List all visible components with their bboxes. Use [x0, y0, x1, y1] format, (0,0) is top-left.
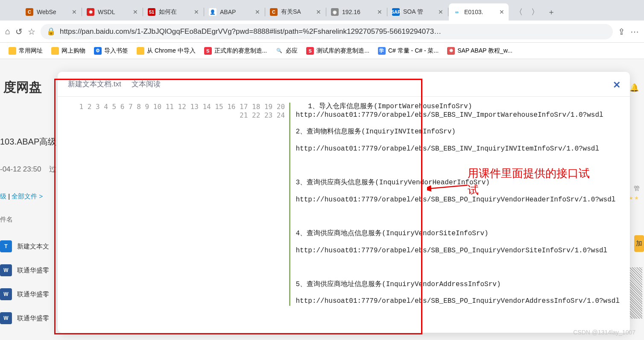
- bell-icon[interactable]: 🔔: [629, 83, 639, 92]
- watermark: CSDN @1314lay_1007: [573, 329, 635, 336]
- browser-tab[interactable]: 👤ABAP✕: [205, 3, 264, 21]
- file-row[interactable]: W联通华盛零: [0, 258, 49, 282]
- tab-favicon: 51: [148, 8, 155, 16]
- tab-favicon: ❋: [87, 8, 94, 16]
- code-viewer: 1 2 3 4 5 6 7 8 9 10 11 12 13 14 15 16 1…: [68, 103, 620, 306]
- star-icon[interactable]: ☆: [28, 27, 35, 37]
- reload-icon[interactable]: ↺: [15, 27, 23, 37]
- line-number-gutter: 1 2 3 4 5 6 7 8 9 10 11 12 13 14 15 16 1…: [68, 103, 289, 306]
- tab-close-icon[interactable]: ✕: [71, 9, 78, 15]
- bookmark-favicon: 学: [378, 47, 386, 55]
- tab-new-icon[interactable]: ＋: [547, 7, 555, 17]
- file-row[interactable]: W联通华盛零: [0, 306, 49, 330]
- bookmark-item[interactable]: ❋SAP ABAP 教程_w...: [444, 45, 516, 56]
- column-header: 件名: [0, 216, 13, 224]
- action-button[interactable]: 加: [634, 235, 644, 252]
- browser-tab[interactable]: SAPSOA 管✕: [388, 3, 448, 21]
- bookmark-label: C# 常量 - C# - 菜...: [388, 47, 439, 55]
- address-bar: ⌂ ↺ ☆ 🔒 https://pan.baidu.com/s/1-ZJbJQl…: [0, 21, 644, 43]
- bookmark-item[interactable]: 常用网址: [5, 45, 46, 56]
- breadcrumb[interactable]: 级 | 全部文件 >: [0, 192, 43, 201]
- url-field[interactable]: 🔒 https://pan.baidu.com/s/1-ZJbJQlOgqFEo…: [41, 24, 613, 39]
- file-row[interactable]: T新建文本文: [0, 234, 49, 258]
- browser-tab[interactable]: ∞E0103.✕: [449, 3, 509, 21]
- text-preview-modal: 新建文本文档.txt 文本阅读 ✕ 1 2 3 4 5 6 7 8 9 10 1…: [58, 72, 630, 333]
- tab-close-icon[interactable]: ✕: [376, 9, 383, 15]
- tab-title: E0103.: [464, 9, 497, 15]
- bookmark-label: 常用网址: [19, 47, 43, 55]
- toolbar-right: 🔔: [629, 83, 639, 92]
- file-row[interactable]: W联通华盛零: [0, 282, 49, 306]
- file-name: 联通华盛零: [17, 290, 49, 299]
- bookmark-item[interactable]: 学C# 常量 - C# - 菜...: [375, 45, 442, 56]
- brand-logo: 度网盘: [0, 75, 45, 100]
- tab-title: 有关SA: [281, 8, 313, 16]
- tab-title: ABAP: [220, 9, 252, 15]
- file-name: 联通华盛零: [17, 266, 49, 275]
- tab-title: WebSe: [37, 9, 69, 15]
- qr-code: [629, 267, 642, 319]
- bookmark-favicon: [137, 47, 144, 55]
- file-type-icon: T: [0, 240, 12, 252]
- url-text: https://pan.baidu.com/s/1-ZJbJQlOgqFEo8a…: [60, 27, 441, 36]
- bookmark-favicon: S: [204, 47, 212, 55]
- bookmark-item[interactable]: S测试库的赛意制造...: [303, 45, 373, 56]
- bookmark-label: 导入书签: [104, 47, 128, 55]
- bookmark-favicon: [51, 47, 59, 55]
- tab-favicon: ◉: [331, 8, 339, 16]
- folder-title: 103.ABAP高级: [0, 136, 56, 148]
- bookmark-item[interactable]: 🔍必应: [272, 45, 301, 56]
- tab-title: 192.16: [342, 9, 375, 15]
- bookmark-item[interactable]: 从 Chrome 中导入: [133, 45, 199, 56]
- browser-tab[interactable]: CWebSe✕: [21, 3, 81, 21]
- code-content[interactable]: 1、导入仓库信息服务(ImportWarehouseInfoSrv) http:…: [296, 103, 620, 306]
- tab-title: 如何在: [159, 8, 191, 16]
- tab-close-icon[interactable]: ✕: [315, 9, 322, 15]
- bookmark-label: 从 Chrome 中导入: [147, 47, 196, 55]
- annotation-arrow: [427, 183, 470, 195]
- breadcrumb-link[interactable]: 全部文件 >: [12, 192, 43, 200]
- modal-mode[interactable]: 文本阅读: [132, 79, 161, 89]
- tab-close-icon[interactable]: ✕: [132, 9, 139, 15]
- tab-close-icon[interactable]: ✕: [437, 9, 444, 15]
- browser-tab[interactable]: ❋WSDL✕: [82, 3, 142, 21]
- browser-tab[interactable]: 51如何在✕: [143, 3, 203, 21]
- file-type-icon: W: [0, 288, 12, 300]
- browser-tabs-bar: CWebSe✕❋WSDL✕51如何在✕👤ABAP✕C有关SA✕◉192.16✕S…: [0, 0, 644, 21]
- bookmark-label: 必应: [286, 47, 298, 55]
- bookmark-item[interactable]: ⚙导入书签: [91, 45, 132, 56]
- bookmark-item[interactable]: 网上购物: [48, 45, 89, 56]
- tab-close-icon[interactable]: ✕: [254, 9, 261, 15]
- tab-favicon: ∞: [453, 8, 461, 16]
- file-list: T新建文本文W联通华盛零W联通华盛零W联通华盛零: [0, 234, 49, 330]
- browser-tab[interactable]: ◉192.16✕: [327, 3, 386, 21]
- menu-dots-icon[interactable]: ⋯: [630, 27, 639, 37]
- modal-filename[interactable]: 新建文本文档.txt: [68, 79, 121, 89]
- close-icon[interactable]: ✕: [613, 80, 621, 91]
- bookmark-label: SAP ABAP 教程_w...: [457, 47, 512, 55]
- share-icon[interactable]: ⇪: [618, 27, 625, 37]
- tab-close-icon[interactable]: ✕: [193, 9, 200, 15]
- tab-next-icon[interactable]: 〉: [531, 7, 539, 17]
- tab-favicon: C: [270, 8, 278, 16]
- timestamp: -04-12 23:50 过: [0, 164, 56, 174]
- tab-close-icon[interactable]: ✕: [498, 9, 505, 15]
- bookmark-favicon: ⚙: [94, 47, 102, 55]
- tab-title: WSDL: [98, 9, 130, 15]
- bookmark-favicon: S: [306, 47, 314, 55]
- browser-tab[interactable]: C有关SA✕: [266, 3, 325, 21]
- modal-header: 新建文本文档.txt 文本阅读 ✕: [58, 72, 630, 97]
- tab-favicon: SAP: [392, 8, 400, 16]
- home-icon[interactable]: ⌂: [5, 27, 10, 36]
- tab-prev-icon[interactable]: 〈: [515, 7, 523, 17]
- bookmark-label: 正式库的赛意制造...: [214, 47, 267, 55]
- bookmark-item[interactable]: S正式库的赛意制造...: [201, 45, 271, 56]
- bookmark-favicon: [9, 47, 16, 55]
- bookmark-favicon: 🔍: [275, 47, 283, 55]
- svg-line-0: [429, 185, 468, 189]
- file-type-icon: W: [0, 312, 12, 324]
- tab-favicon: C: [26, 8, 33, 16]
- tab-title: SOA 管: [403, 8, 436, 16]
- breadcrumb-link[interactable]: 级: [0, 192, 6, 200]
- code-border: [289, 103, 290, 306]
